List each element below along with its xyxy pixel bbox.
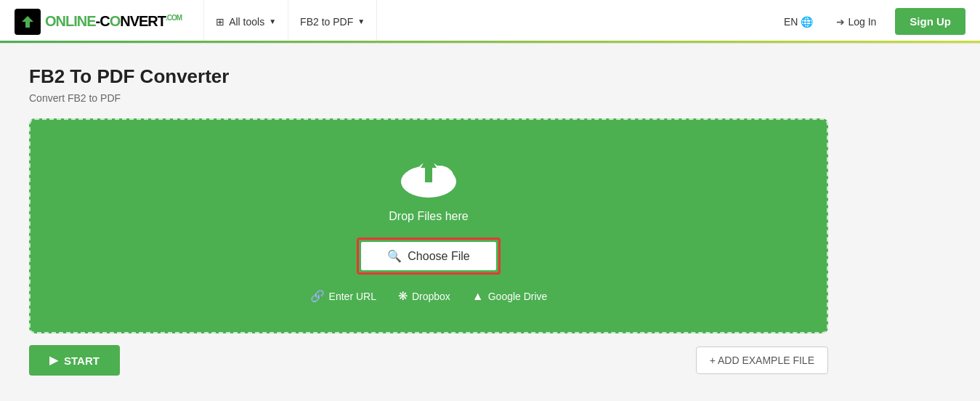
globe-icon: 🌐	[801, 16, 813, 28]
dropbox-label: Dropbox	[412, 291, 450, 302]
all-tools-label: All tools	[229, 16, 264, 28]
search-icon: 🔍	[387, 249, 402, 263]
logo-icon	[15, 9, 41, 35]
page-subtitle: Convert FB2 to PDF	[29, 92, 843, 104]
all-tools-chevron: ▼	[269, 17, 276, 25]
google-drive-link[interactable]: ▲ Google Drive	[472, 290, 548, 303]
converter-label: FB2 to PDF	[300, 16, 353, 28]
add-example-label: + ADD EXAMPLE FILE	[710, 355, 814, 366]
upload-options: 🔗 Enter URL ❋ Dropbox ▲ Google Drive	[310, 289, 548, 303]
start-button[interactable]: ▶ START	[29, 345, 120, 376]
language-selector[interactable]: EN 🌐	[772, 16, 825, 28]
enter-url-label: Enter URL	[329, 291, 376, 302]
converter-nav[interactable]: FB2 to PDF ▼	[288, 0, 377, 44]
main-content: FB2 To PDF Converter Convert FB2 to PDF …	[0, 44, 872, 397]
google-drive-icon: ▲	[472, 290, 484, 303]
login-label: Log In	[848, 16, 876, 28]
add-example-button[interactable]: + ADD EXAMPLE FILE	[696, 347, 828, 374]
enter-url-link[interactable]: 🔗 Enter URL	[310, 289, 376, 303]
start-chevron-icon: ▶	[49, 354, 58, 367]
lang-label: EN	[784, 16, 798, 28]
header: ONLINE-CONVERT.com ⊞ All tools ▼ FB2 to …	[0, 0, 980, 44]
choose-file-wrapper: 🔍 Choose File	[357, 238, 500, 275]
converter-chevron: ▼	[357, 17, 365, 25]
login-button[interactable]: ➜ Log In	[825, 16, 888, 28]
choose-file-button[interactable]: 🔍 Choose File	[361, 242, 495, 270]
choose-file-label: Choose File	[408, 250, 469, 263]
grid-icon: ⊞	[216, 16, 224, 28]
drop-files-text: Drop Files here	[389, 210, 468, 223]
dropzone[interactable]: Drop Files here 🔍 Choose File 🔗 Enter UR…	[29, 118, 828, 333]
google-drive-label: Google Drive	[488, 291, 548, 302]
start-label: START	[64, 355, 100, 367]
page-title: FB2 To PDF Converter	[29, 65, 843, 88]
link-icon: 🔗	[310, 289, 325, 303]
signup-button[interactable]: Sign Up	[895, 8, 965, 35]
all-tools-nav[interactable]: ⊞ All tools ▼	[203, 0, 288, 44]
logo-text: ONLINE-CONVERT.com	[45, 13, 182, 30]
login-arrow-icon: ➜	[836, 16, 845, 28]
upload-cloud-icon	[396, 149, 461, 203]
bottom-bar: ▶ START + ADD EXAMPLE FILE	[29, 345, 828, 376]
dropbox-link[interactable]: ❋ Dropbox	[398, 289, 450, 303]
logo[interactable]: ONLINE-CONVERT.com	[15, 9, 182, 35]
dropbox-icon: ❋	[398, 289, 408, 303]
